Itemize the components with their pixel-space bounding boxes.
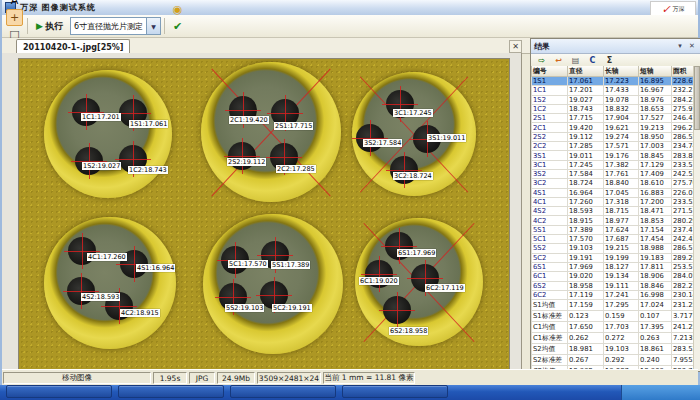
table-row[interactable]: 2S117.71517.90417.527246.4284 — [532, 114, 695, 123]
cell: 4S1 — [532, 188, 568, 197]
cell: 226.0148 — [672, 188, 695, 197]
window-title: 万深 图像测试系统 — [20, 2, 96, 13]
summary-row[interactable]: S1标准差0.1230.1590.1073.7177 — [532, 311, 695, 322]
cell: 19.213 — [639, 123, 672, 132]
text-tool-icon[interactable]: A — [6, 0, 23, 9]
table-row[interactable]: 4C117.26017.31817.200233.5246 — [532, 197, 695, 206]
table-row[interactable]: 4S218.59318.71518.471271.5133 — [532, 207, 695, 216]
table-row[interactable]: 5C117.57017.68717.454242.4584 — [532, 235, 695, 244]
table-row[interactable]: 1C117.20117.43316.967232.2730 — [532, 86, 695, 95]
cell: 228.6128 — [672, 77, 695, 86]
cell: 17.201 — [568, 86, 604, 95]
measurement-label: 4C2:18.915 — [120, 309, 160, 317]
settings-icon[interactable]: ◉ — [169, 1, 186, 18]
tab-close-icon[interactable]: ✕ — [509, 40, 522, 53]
taskbar-tray[interactable] — [621, 385, 700, 400]
column-header-0[interactable]: 编号 — [532, 66, 568, 77]
cell: 18.950 — [639, 132, 672, 141]
cell: 242.4584 — [672, 235, 695, 244]
hole-crosshair — [397, 292, 398, 328]
cell: 16.967 — [639, 86, 672, 95]
cell: 280.2970 — [672, 216, 695, 225]
table-row[interactable]: 2S219.11219.27418.950286.5580 — [532, 132, 695, 141]
table-row[interactable]: 2C119.42019.62119.213296.2103 — [532, 123, 695, 132]
table-row[interactable]: 6S117.96918.12717.811253.5708 — [532, 262, 695, 271]
table-row[interactable]: 5C219.19119.19919.183289.2504 — [532, 253, 695, 262]
title-bar: 万深 图像测试系统 ✓ 万深 — [2, 0, 698, 16]
cell: 17.154 — [639, 225, 672, 234]
cell: 17.570 — [568, 235, 604, 244]
execute-button[interactable]: ▶ 执行 — [31, 18, 68, 35]
cell: 17.061 — [568, 77, 604, 86]
table-row[interactable]: 6C217.11917.24116.998230.1425 — [532, 290, 695, 299]
measurement-label: 6C2:17.119 — [425, 284, 465, 292]
cell: 19.111 — [604, 281, 639, 290]
cell: 17.650 — [568, 322, 604, 333]
column-header-4[interactable]: 面积 — [672, 66, 695, 77]
column-header-3[interactable]: 短轴 — [639, 66, 672, 77]
chevron-down-icon[interactable]: ▼ — [146, 18, 160, 34]
measurement-label: 2C1:19.420 — [229, 116, 269, 124]
sample-image-canvas[interactable]: 1C1:17.2011S1:17.0611S2:19.0271C2:18.743… — [18, 58, 510, 371]
cell: 17.295 — [604, 300, 639, 311]
cell: S1标准差 — [532, 311, 568, 322]
cell: 286.5580 — [672, 132, 695, 141]
table-row[interactable]: 5S219.10319.21518.988286.5173 — [532, 244, 695, 253]
table-row[interactable]: 3C117.24517.38217.129233.5704 — [532, 160, 695, 169]
verify-icon[interactable]: ✔ — [169, 18, 186, 35]
preset-selected-value: 6寸直径抛光片测定 — [71, 21, 146, 32]
cell: 286.5173 — [672, 244, 695, 253]
measurement-label: 2S2:19.112 — [227, 158, 266, 166]
table-row[interactable]: 3C218.72418.84018.610275.7026 — [532, 179, 695, 188]
measurement-label: 5S2:19.103 — [225, 304, 264, 312]
table-row[interactable]: 3S217.58417.76117.409242.5535 — [532, 169, 695, 178]
cell: 241.2527 — [672, 322, 695, 333]
summary-row[interactable]: S1均值17.15917.29517.024231.2537 — [532, 300, 695, 311]
cell: 19.011 — [568, 151, 604, 160]
table-row[interactable]: 1S117.06117.22316.895228.6128 — [532, 77, 695, 86]
results-panel-title: 结果 — [534, 41, 550, 52]
table-row[interactable]: 1C218.74318.83218.653275.9202 — [532, 104, 695, 113]
scrollbar-thumb[interactable] — [694, 66, 700, 130]
hole-crosshair — [370, 120, 371, 156]
ceramic-disc — [44, 217, 176, 349]
column-header-1[interactable]: 直径 — [568, 66, 604, 77]
cell: 18.715 — [604, 207, 639, 216]
panel-close-icon[interactable]: ✕ — [686, 40, 698, 52]
cell: 19.027 — [568, 95, 604, 104]
toolbar-separator — [27, 18, 28, 34]
summary-row[interactable]: C1标准差0.2620.2720.2637.2135 — [532, 333, 695, 344]
cell: 271.5133 — [672, 207, 695, 216]
measurement-label: 3C2:18.724 — [393, 172, 433, 180]
cell: 17.119 — [568, 290, 604, 299]
pan-hand-icon[interactable]: + — [6, 9, 23, 26]
table-row[interactable]: 6C119.02019.13418.906284.0724 — [532, 272, 695, 281]
taskbar-window-button[interactable] — [118, 385, 224, 398]
table-row[interactable]: 6S218.95819.11118.846282.2751 — [532, 281, 695, 290]
summary-row[interactable]: C1均值17.65017.70317.395241.2527 — [532, 322, 695, 333]
table-row[interactable]: 2C217.28517.57117.003234.7486 — [532, 142, 695, 151]
cell: 283.5245 — [672, 344, 695, 355]
results-scrollbar[interactable] — [693, 66, 700, 371]
table-row[interactable]: 4C218.91518.97718.853280.2970 — [532, 216, 695, 225]
column-header-2[interactable]: 长轴 — [604, 66, 639, 77]
pin-icon[interactable]: ▾ — [674, 40, 686, 52]
taskbar-window-button[interactable] — [6, 385, 112, 398]
table-row[interactable]: 4S116.96417.04516.883226.0148 — [532, 188, 695, 197]
hole-crosshair — [242, 138, 243, 174]
cell: 0.107 — [639, 311, 672, 322]
cell: 7.2135 — [672, 333, 695, 344]
summary-row[interactable]: S2标准差0.2670.2920.2407.9552 — [532, 355, 695, 366]
taskbar-window-button[interactable] — [230, 385, 336, 398]
summary-row[interactable]: S2均值18.98119.10318.861283.5245 — [532, 344, 695, 355]
preset-combobox[interactable]: 6寸直径抛光片测定 ▼ — [70, 17, 161, 35]
measurement-label: 1S1:17.061 — [129, 120, 168, 128]
table-row[interactable]: 1S219.02719.07818.976284.2202 — [532, 95, 695, 104]
results-table: 编号直径长轴短轴面积 1S117.06117.22316.895228.6128… — [531, 66, 694, 371]
taskbar-window-button[interactable] — [342, 385, 448, 398]
table-row[interactable]: 5S117.38917.62417.154237.4127 — [532, 225, 695, 234]
cell: 19.191 — [568, 253, 604, 262]
table-row[interactable]: 3S119.01119.17618.845283.8344 — [532, 151, 695, 160]
cell: 17.409 — [639, 169, 672, 178]
document-tab[interactable]: 20110420-1-.jpg[25%] — [16, 39, 130, 54]
